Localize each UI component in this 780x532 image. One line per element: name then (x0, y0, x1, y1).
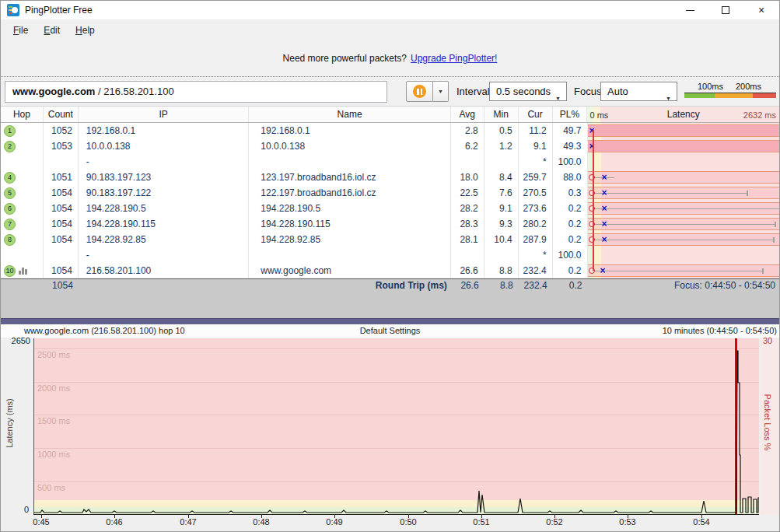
pause-button[interactable] (406, 81, 433, 102)
current-latency-marker (602, 232, 607, 247)
hop-row-5[interactable]: 5 1054 90.183.197.122 122.197.broadband1… (1, 185, 779, 201)
pl-cell: 49.3 (553, 138, 588, 154)
cur-cell: 270.5 (519, 185, 553, 201)
banner-text: Need more powerful packets? (283, 53, 407, 64)
y2-axis-max: 30 (763, 336, 772, 345)
name-cell: 192.168.0.1 (249, 123, 450, 138)
trace-table-body: 1 1052 192.168.0.1 192.168.0.1 2.8 0.5 1… (1, 123, 779, 278)
avg-cell: 2.8 (451, 123, 484, 138)
current-latency-marker (602, 201, 607, 216)
hop-number-badge: 6 (4, 203, 16, 215)
column-header-min: Min (484, 107, 519, 122)
latency-graph-cell (588, 154, 779, 170)
x-tick-0-47: 0:47 (172, 517, 205, 527)
target-input[interactable]: www.google.com / 216.58.201.100 (5, 81, 387, 103)
min-cell: 1.2 (484, 138, 519, 154)
maximize-icon (722, 6, 729, 14)
current-latency-marker (602, 185, 607, 201)
x-tick-0-52: 0:52 (538, 517, 571, 527)
ip-cell: 194.228.190.5 (79, 201, 250, 216)
avg-trace-line (593, 130, 594, 271)
pause-icon (413, 85, 426, 98)
cur-cell: 232.4 (519, 263, 553, 278)
name-cell: 194.228.190.5 (249, 201, 450, 216)
ip-cell: 90.183.197.123 (79, 170, 250, 185)
count-cell: 1052 (44, 123, 79, 138)
count-cell: 1054 (44, 185, 79, 201)
timeline-chart: 2650 0 Latency (ms) 30 Packet Loss % 250… (1, 338, 779, 532)
pl-cell: 100.0 (553, 154, 588, 170)
ip-cell: 216.58.201.100 (79, 263, 250, 278)
interval-label: Interval (456, 86, 490, 97)
hop-number-badge: 2 (4, 141, 16, 152)
hop-row-9[interactable]: - * 100.0 (1, 247, 779, 263)
avg-cell: 28.3 (451, 216, 484, 232)
x-tick-0-45: 0:45 (25, 517, 58, 527)
min-cell: 8.4 (484, 170, 519, 185)
close-icon: × (758, 5, 764, 16)
hop-row-4[interactable]: 4 1051 90.183.197.123 123.197.broadband1… (1, 170, 779, 185)
cur-cell: 11.2 (519, 123, 553, 138)
cur-cell: 273.6 (519, 201, 553, 216)
menu-help[interactable]: Help (68, 23, 103, 38)
hop-row-2[interactable]: 2 1053 10.0.0.138 10.0.0.138 6.2 1.2 9.1… (1, 138, 779, 154)
pl-cell: 0.2 (553, 201, 588, 216)
avg-cell (451, 247, 484, 263)
latency-graph-cell (588, 138, 779, 154)
min-cell (484, 247, 519, 263)
cur-cell: 9.1 (519, 138, 553, 154)
latency-plot-area[interactable]: 2500 ms 2000 ms 1500 ms 1000 ms 500 ms (33, 338, 759, 515)
pause-dropdown-button[interactable]: ▼ (433, 81, 449, 102)
maximize-button[interactable] (708, 1, 743, 19)
hop-number-badge: 8 (4, 234, 16, 246)
menu-file[interactable]: File (5, 23, 36, 38)
min-max-range-line (593, 271, 764, 272)
column-header-cur: Cur (519, 107, 553, 122)
close-button[interactable]: × (743, 1, 779, 19)
minimize-icon (686, 10, 694, 11)
hop-row-8[interactable]: 8 1054 194.228.92.85 194.228.92.85 28.1 … (1, 232, 779, 247)
scale-200ms-label: 200ms (736, 82, 761, 91)
latency-scale-title: Latency (667, 109, 700, 120)
x-tick-0-54: 0:54 (685, 517, 718, 527)
menu-edit[interactable]: Edit (36, 23, 68, 38)
y-axis-min: 0 (16, 505, 29, 514)
pl-cell: 0.3 (553, 185, 588, 201)
hop-row-6[interactable]: 6 1054 194.228.190.5 194.228.190.5 28.2 … (1, 201, 779, 216)
y-axis-label: Latency (ms) (5, 380, 14, 466)
latency-scale-max: 2632 ms (743, 107, 776, 122)
name-cell: 10.0.0.138 (249, 138, 450, 154)
pane-splitter[interactable] (1, 318, 779, 324)
hop-row-1[interactable]: 1 1052 192.168.0.1 192.168.0.1 2.8 0.5 1… (1, 123, 779, 138)
pingplotter-window: PingPlotter Free × File Edit Help Need m… (0, 0, 780, 532)
pl-cell: 100.0 (553, 247, 588, 263)
ip-cell: 194.228.92.85 (79, 232, 250, 247)
trace-table-header: Hop Count IP Name Avg Min Cur PL% 0 ms L… (1, 106, 779, 123)
minimize-button[interactable] (672, 1, 708, 19)
hop-row-7[interactable]: 7 1054 194.228.190.115 194.228.190.115 2… (1, 216, 779, 232)
upgrade-link[interactable]: Upgrade PingPlotter! (411, 53, 497, 64)
hop-number-badge: 4 (4, 172, 16, 184)
focus-select[interactable]: Auto▼ (600, 82, 677, 101)
latency-graph-cell (588, 216, 779, 232)
round-trip-summary-row[interactable]: 1054 Round Trip (ms) 26.6 8.8 232.4 0.2 … (1, 278, 779, 292)
name-cell: 194.228.92.85 (249, 232, 450, 247)
hop-row-10[interactable]: 10 1054 216.58.201.100 www.google.com 26… (1, 263, 779, 278)
hop-number-badge: 10 (4, 265, 16, 277)
ip-cell: 90.183.197.122 (79, 185, 250, 201)
interval-select[interactable]: 0.5 seconds▼ (489, 82, 567, 101)
hop-row-3[interactable]: - * 100.0 (1, 154, 779, 170)
column-header-name: Name (249, 107, 450, 122)
toolbar: www.google.com / 216.58.201.100 ▼ Interv… (1, 76, 779, 106)
latency-range-bar (588, 140, 779, 152)
upgrade-banner: Need more powerful packets? Upgrade Ping… (1, 40, 779, 76)
x-tick-0-46: 0:46 (98, 517, 131, 527)
focus-label: Focus (574, 86, 601, 97)
min-cell: 9.1 (484, 201, 519, 216)
summary-pl: 0.2 (553, 279, 588, 292)
avg-cell: 26.6 (451, 263, 484, 278)
min-max-range-line (593, 193, 748, 194)
latency-trace-path (34, 351, 759, 513)
count-cell: 1054 (44, 201, 79, 216)
current-latency-marker (602, 216, 607, 232)
